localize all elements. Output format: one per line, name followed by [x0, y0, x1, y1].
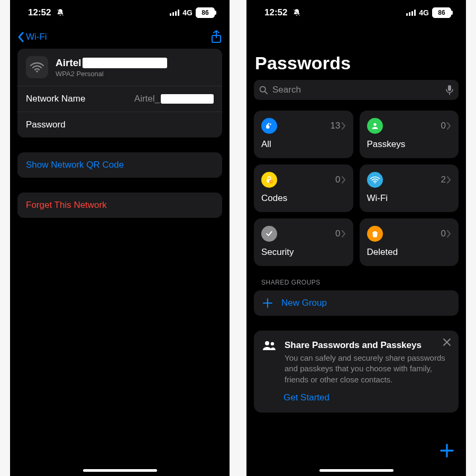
- status-time: 12:52: [264, 7, 287, 18]
- category-wifi[interactable]: 2 Wi-Fi: [360, 164, 459, 212]
- network-info-card: Airtel WPA2 Personal Network Name Airtel…: [17, 49, 222, 138]
- status-bar: 12:52 4G 86: [10, 0, 230, 25]
- checkmark-icon: [261, 226, 277, 242]
- redaction-bar: [161, 94, 214, 104]
- chevron-left-icon: [17, 32, 24, 42]
- svg-point-3: [36, 70, 38, 72]
- svg-rect-8: [448, 85, 451, 91]
- back-label: Wi-Fi: [26, 32, 47, 42]
- dnd-icon: [292, 8, 301, 17]
- search-icon: [259, 86, 268, 95]
- status-bar: 12:52 4G 86: [246, 0, 466, 25]
- wifi-icon: [30, 62, 44, 72]
- trash-icon: [367, 226, 383, 242]
- page-title: Passwords: [246, 49, 466, 80]
- category-codes[interactable]: 0 Codes: [254, 164, 353, 212]
- forget-network-button[interactable]: Forget This Network: [17, 193, 222, 218]
- svg-point-16: [265, 341, 269, 345]
- close-icon: [443, 338, 451, 346]
- share-body: You can safely and securely share passwo…: [285, 353, 450, 385]
- wifi-icon: [367, 172, 383, 188]
- share-title: Share Passwords and Passkeys: [285, 340, 450, 351]
- shared-groups-header: SHARED GROUPS: [246, 266, 466, 290]
- share-passwords-card: Share Passwords and Passkeys You can saf…: [254, 331, 459, 413]
- network-type: 4G: [419, 8, 429, 17]
- svg-point-12: [373, 123, 376, 126]
- category-security[interactable]: 0 Security: [254, 218, 353, 266]
- chevron-right-icon: [447, 230, 451, 237]
- back-button[interactable]: Wi-Fi: [17, 32, 47, 42]
- search-placeholder: Search: [272, 85, 442, 95]
- mic-icon[interactable]: [446, 85, 453, 95]
- wifi-detail-screen: 12:52 4G 86 Wi-Fi: [10, 0, 230, 476]
- chevron-right-icon: [447, 122, 451, 130]
- network-name-value: Airtel_: [134, 94, 214, 104]
- wifi-tile-icon: [26, 56, 48, 78]
- share-icon: [210, 30, 222, 44]
- password-row[interactable]: Password: [17, 112, 222, 138]
- battery-icon: 86: [196, 7, 215, 18]
- plus-icon: [440, 443, 454, 458]
- signal-icon: [170, 10, 179, 16]
- chevron-right-icon: [447, 176, 451, 184]
- person-icon: [367, 118, 383, 134]
- dnd-icon: [56, 8, 65, 17]
- passwords-screen: 12:52 4G 86 Passwords Search 13 All: [246, 0, 466, 476]
- plus-icon: [262, 298, 273, 308]
- row-label: Password: [26, 120, 66, 130]
- network-name-row[interactable]: Network Name Airtel_: [17, 86, 222, 112]
- close-button[interactable]: [443, 338, 451, 346]
- status-time: 12:52: [28, 7, 51, 18]
- network-type: 4G: [182, 8, 193, 17]
- lock-clock-icon: [261, 172, 277, 188]
- battery-icon: 86: [432, 7, 451, 18]
- home-indicator[interactable]: [319, 469, 393, 472]
- svg-point-6: [260, 86, 266, 91]
- category-deleted[interactable]: 0 Deleted: [360, 218, 459, 266]
- category-all[interactable]: 13 All: [254, 111, 353, 158]
- svg-rect-11: [270, 123, 271, 125]
- search-field[interactable]: Search: [254, 80, 459, 100]
- get-started-button[interactable]: Get Started: [283, 392, 450, 403]
- network-security: WPA2 Personal: [56, 70, 167, 78]
- category-grid: 13 All 0 Passkeys 0 Codes: [246, 111, 466, 266]
- svg-point-17: [271, 342, 274, 345]
- new-group-button[interactable]: New Group: [254, 290, 459, 316]
- nav-bar: Wi-Fi: [10, 25, 230, 49]
- add-button[interactable]: [440, 443, 454, 458]
- network-name: Airtel: [56, 57, 167, 69]
- share-button[interactable]: [210, 30, 222, 44]
- signal-icon: [406, 10, 416, 16]
- svg-point-15: [374, 182, 375, 183]
- show-qr-button[interactable]: Show Network QR Code: [17, 152, 222, 178]
- chevron-right-icon: [342, 176, 346, 184]
- home-indicator[interactable]: [83, 469, 157, 472]
- svg-line-7: [265, 91, 267, 94]
- chevron-right-icon: [342, 230, 346, 237]
- people-icon: [262, 340, 277, 351]
- row-label: Network Name: [26, 94, 85, 104]
- redaction-bar: [83, 58, 167, 68]
- category-passkeys[interactable]: 0 Passkeys: [360, 111, 459, 158]
- chevron-right-icon: [342, 122, 346, 130]
- key-icon: [261, 118, 277, 134]
